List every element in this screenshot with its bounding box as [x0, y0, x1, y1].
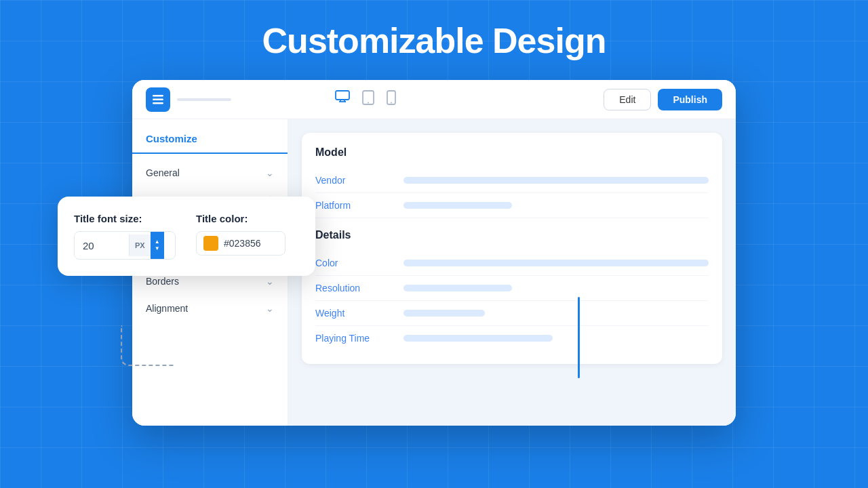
field-label-playing-time: Playing Time — [315, 333, 403, 344]
page-title: Customizable Design — [262, 20, 606, 61]
field-bar-vendor — [403, 177, 709, 184]
field-label-color: Color — [315, 258, 403, 268]
spinner-down-icon[interactable]: ▼ — [155, 246, 160, 251]
svg-point-10 — [391, 102, 392, 104]
color-input-group[interactable] — [196, 231, 285, 256]
svg-point-8 — [368, 102, 369, 104]
section-model-title: Model — [315, 146, 709, 159]
chevron-down-icon: ⌄ — [266, 303, 274, 314]
content-card: Model Vendor Platform Details Color Reso… — [302, 133, 722, 364]
color-hex-input[interactable] — [224, 238, 278, 249]
mobile-icon[interactable] — [387, 90, 396, 108]
svg-rect-0 — [153, 95, 163, 97]
content-area: Model Vendor Platform Details Color Reso… — [288, 119, 736, 426]
sidebar-item-general[interactable]: General ⌄ — [132, 159, 288, 186]
section-details-title: Details — [315, 229, 709, 241]
sidebar-item-label: General — [146, 167, 180, 178]
color-label: Title color: — [196, 213, 285, 224]
svg-rect-2 — [153, 102, 163, 104]
chevron-down-icon: ⌄ — [266, 167, 274, 178]
table-row: Vendor — [315, 168, 709, 193]
edit-button[interactable]: Edit — [604, 89, 651, 110]
spinner-control[interactable]: ▲ ▼ — [151, 232, 164, 259]
table-row: Weight — [315, 301, 709, 326]
device-icons — [335, 90, 396, 108]
field-bar-platform — [403, 202, 512, 209]
field-label-platform: Platform — [315, 200, 403, 211]
logo-area — [146, 87, 231, 112]
table-row: Color — [315, 251, 709, 276]
chevron-down-icon: ⌄ — [266, 276, 274, 287]
table-row: Resolution — [315, 276, 709, 301]
sidebar-item-label: Alignment — [146, 303, 188, 314]
scroll-indicator — [578, 297, 580, 378]
field-bar-resolution — [403, 285, 512, 291]
font-size-label: Title font size: — [74, 213, 176, 224]
svg-rect-3 — [336, 91, 349, 100]
field-label-resolution: Resolution — [315, 283, 403, 293]
tablet-icon[interactable] — [362, 90, 374, 108]
field-bar-weight — [403, 310, 485, 317]
color-swatch[interactable] — [203, 236, 218, 251]
color-field: Title color: — [196, 213, 285, 260]
app-logo-icon — [146, 87, 170, 112]
popup-card: Title font size: PX ▲ ▼ Title color: — [58, 197, 315, 276]
field-label-vendor: Vendor — [315, 175, 403, 186]
svg-rect-1 — [153, 98, 163, 100]
font-size-field: Title font size: PX ▲ ▼ — [74, 213, 176, 260]
sidebar-item-alignment[interactable]: Alignment ⌄ — [132, 295, 288, 322]
font-size-input[interactable] — [75, 233, 129, 258]
sidebar-nav-title[interactable]: Customize — [132, 133, 288, 154]
top-actions: Edit Publish — [604, 89, 722, 110]
desktop-icon[interactable] — [335, 90, 350, 108]
table-row: Platform — [315, 193, 709, 218]
font-size-input-group[interactable]: PX ▲ ▼ — [74, 231, 176, 260]
popup-row: Title font size: PX ▲ ▼ Title color: — [74, 213, 299, 260]
field-bar-color — [403, 260, 709, 266]
table-row: Playing Time — [315, 326, 709, 350]
connector-line — [121, 325, 175, 366]
field-bar-playing-time — [403, 335, 553, 342]
spinner-up-icon[interactable]: ▲ — [155, 239, 160, 245]
top-bar: Edit Publish — [132, 80, 736, 119]
font-size-unit: PX — [129, 235, 151, 256]
logo-line — [177, 98, 231, 101]
field-label-weight: Weight — [315, 308, 403, 319]
publish-button[interactable]: Publish — [658, 89, 722, 110]
sidebar-item-label: Borders — [146, 276, 179, 287]
